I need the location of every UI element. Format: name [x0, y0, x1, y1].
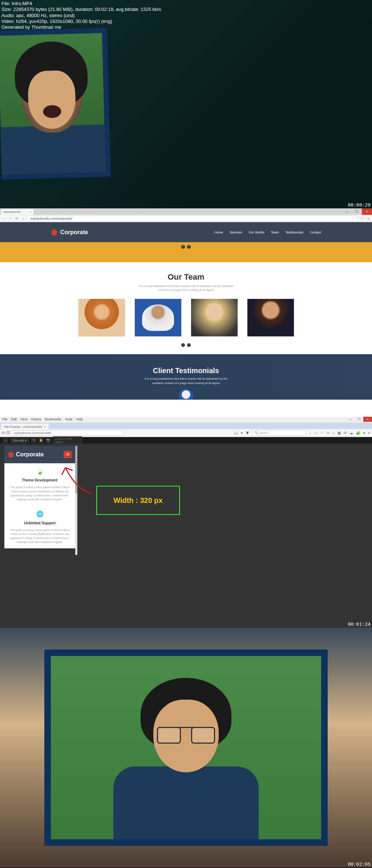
- reader-icon[interactable]: 📖: [234, 431, 238, 435]
- section-title: Client Testimonials: [0, 367, 372, 375]
- bookmark-star-icon[interactable]: ☆: [314, 431, 318, 435]
- presenter-video-inset: [0, 28, 111, 180]
- tab-title: supriyokundu: [3, 210, 21, 213]
- chrome-menu-icon[interactable]: ≡: [366, 217, 371, 220]
- firefox-menubar: File Edit View History Bookmarks Tools H…: [0, 417, 372, 423]
- responsive-design-toolbar: × 320×480 ▾ ⟲ ✋ 📷 Custom User Agent: [0, 437, 372, 444]
- thumbnail-frame-4: 00:02:05: [0, 628, 372, 868]
- screenshot-button[interactable]: 📷: [46, 438, 51, 443]
- home-icon[interactable]: ⌂: [332, 431, 335, 435]
- firefox-address-bar: 🛡 ⓘ supriyokundu.com/corporate/ 📖 ▾ ⯆ 🔍 …: [0, 429, 372, 437]
- window-maximize-button[interactable]: ❐: [352, 208, 362, 215]
- presenter-head: [148, 678, 224, 780]
- nav-testimonials[interactable]: Testimonials: [285, 231, 303, 234]
- shield-icon[interactable]: 🛡: [2, 431, 5, 435]
- browser-tab[interactable]: http://supriyo...com/corporate/ ×: [1, 424, 49, 430]
- menu-bookmarks[interactable]: Bookmarks: [45, 417, 61, 422]
- brand-name: Corporate: [16, 451, 44, 458]
- menu-file[interactable]: File: [2, 417, 8, 422]
- hero-slider: ‹ ›: [0, 242, 372, 262]
- menu-view[interactable]: View: [20, 417, 27, 422]
- team-section: Our Team It is a long established fact t…: [0, 262, 372, 354]
- tab-close-icon[interactable]: ×: [30, 210, 32, 213]
- window-maximize-button[interactable]: ❐: [355, 417, 363, 422]
- reload-icon[interactable]: ⟳: [15, 217, 19, 220]
- card-description: The point of using Lorem Ipsum is that i…: [8, 528, 72, 544]
- thumbnail-frame-3: File Edit View History Bookmarks Tools H…: [0, 417, 372, 628]
- frame-timestamp: 00:00:57: [348, 411, 371, 416]
- menu-tools[interactable]: Tools: [65, 417, 72, 422]
- slider-next-button[interactable]: ›: [187, 245, 191, 249]
- firefox-tab-strip: http://supriyo...com/corporate/ ×: [0, 423, 372, 429]
- addon-icon[interactable]: 🧩: [356, 431, 360, 435]
- team-member-photo[interactable]: [134, 299, 182, 337]
- pocket-icon[interactable]: ⯆: [246, 431, 249, 435]
- download-icon[interactable]: ↓: [310, 431, 311, 435]
- user-agent-input[interactable]: Custom User Agent: [53, 436, 82, 444]
- browser-tab[interactable]: supriyokundu ×: [1, 209, 34, 215]
- team-next-button[interactable]: ›: [187, 343, 191, 347]
- search-input[interactable]: 🔍 Search: [252, 430, 307, 436]
- thumbnail-frame-1: 00:00:29: [0, 0, 372, 208]
- hamburger-menu-icon[interactable]: ≡: [368, 431, 370, 435]
- url-input[interactable]: supriyokundu.com/corporate/: [28, 216, 357, 221]
- more-icon[interactable]: ▾: [363, 431, 365, 435]
- chrome-tab-strip: supriyokundu × — ❐ ×: [0, 208, 372, 215]
- viewport-size-select[interactable]: 320×480 ▾: [10, 438, 29, 443]
- window-minimize-button[interactable]: —: [346, 417, 355, 422]
- tab-close-icon[interactable]: ×: [44, 425, 46, 428]
- url-text: supriyokundu.com/corporate/: [30, 217, 72, 220]
- nav-team[interactable]: Team: [271, 231, 279, 234]
- frame-timestamp: 00:00:29: [348, 202, 371, 208]
- width-annotation-text: Width : 320 px: [113, 496, 162, 505]
- pentagon-icon: [51, 229, 57, 236]
- url-input[interactable]: supriyokundu.com/corporate/: [11, 430, 124, 436]
- menu-history[interactable]: History: [31, 417, 41, 422]
- frame-timestamp: 00:01:24: [348, 621, 371, 627]
- meta-file: File: Intro.MP4: [1, 1, 161, 7]
- rotate-button[interactable]: ⟲: [31, 438, 36, 443]
- team-prev-button[interactable]: ‹: [181, 343, 185, 347]
- card-title: Unlimited Support: [8, 521, 72, 526]
- meta-generator: Generated by Thumbnail me: [1, 24, 161, 30]
- cloud-icon[interactable]: ☁: [349, 431, 353, 435]
- nav-home[interactable]: Home: [214, 231, 223, 234]
- window-minimize-button[interactable]: —: [341, 208, 352, 215]
- window-close-button[interactable]: ×: [362, 208, 372, 215]
- info-icon[interactable]: ⓘ: [7, 431, 10, 435]
- video-metadata-overlay: File: Intro.MP4 Size: 22854370 bytes (21…: [0, 0, 162, 31]
- site-logo[interactable]: Corporate: [51, 229, 88, 236]
- brand-name: Corporate: [60, 229, 88, 236]
- meta-size: Size: 22854370 bytes (21.80 MiB), durati…: [1, 7, 161, 12]
- dropdown-icon[interactable]: ▾: [241, 431, 243, 435]
- heart-icon[interactable]: ♡: [320, 431, 324, 435]
- width-annotation-box: Width : 320 px: [96, 486, 180, 515]
- feature-card: 🌐 Unlimited Support The point of using L…: [4, 506, 75, 548]
- back-icon[interactable]: ‹: [1, 217, 6, 220]
- feed-icon[interactable]: ▦: [337, 431, 341, 435]
- glasses-icon: [159, 727, 213, 741]
- nav-works[interactable]: Our Works: [249, 231, 264, 234]
- nav-contact[interactable]: Contact: [310, 231, 321, 234]
- slider-prev-button[interactable]: ‹: [181, 245, 185, 249]
- team-member-photo[interactable]: [78, 299, 125, 337]
- close-responsive-button[interactable]: ×: [3, 438, 8, 443]
- thumbnail-frame-2: supriyokundu × — ❐ × ‹ › ⟳ ⌂ supriyokund…: [0, 208, 372, 417]
- clip-icon[interactable]: ✂: [327, 431, 329, 435]
- pentagon-icon: [8, 452, 14, 457]
- team-member-photo[interactable]: [247, 299, 294, 337]
- team-member-photo[interactable]: [191, 299, 238, 337]
- touch-button[interactable]: ✋: [39, 438, 44, 443]
- nav-services[interactable]: Services: [230, 231, 242, 234]
- window-close-button[interactable]: ×: [363, 417, 372, 422]
- meta-audio: Audio: aac, 48000 Hz, stereo (und): [1, 13, 161, 19]
- site-header: Corporate Home Services Our Works Team T…: [0, 222, 372, 242]
- forward-icon[interactable]: ›: [8, 217, 12, 220]
- menu-edit[interactable]: Edit: [11, 417, 17, 422]
- sync-icon[interactable]: ⟳: [344, 431, 347, 435]
- globe-icon: 🌐: [8, 510, 72, 518]
- section-subtitle: It is a long established fact that a rea…: [139, 377, 233, 385]
- bookmark-star-icon[interactable]: ☆: [360, 217, 364, 220]
- home-icon[interactable]: ⌂: [21, 217, 25, 220]
- menu-help[interactable]: Help: [76, 417, 83, 422]
